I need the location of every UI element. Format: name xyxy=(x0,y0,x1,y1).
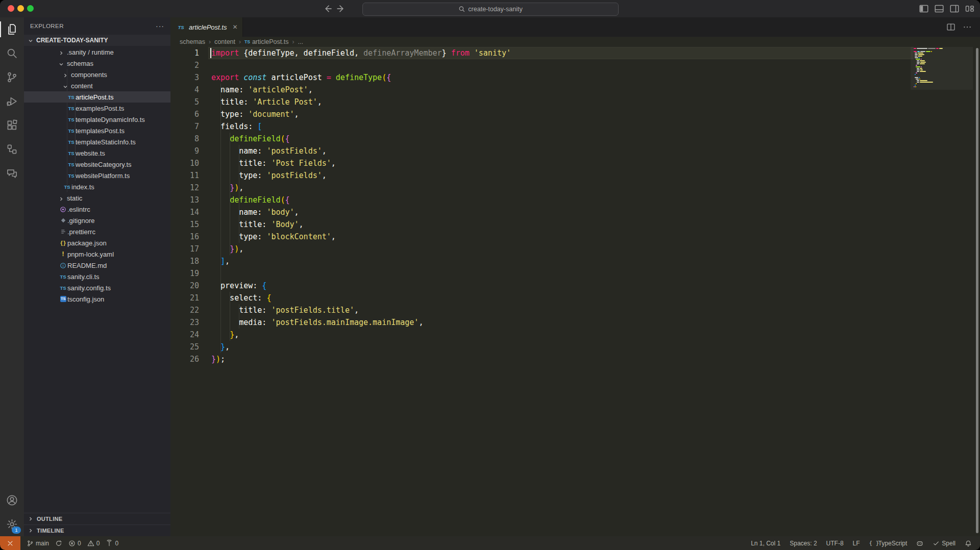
activity-comments[interactable] xyxy=(0,161,24,185)
code-line-13[interactable]: 13 defineField({ xyxy=(170,194,980,206)
tree-file-templateDynamicInfo-ts[interactable]: TStemplateDynamicInfo.ts xyxy=(24,114,170,125)
layout-sidebar-left-icon[interactable] xyxy=(919,4,929,14)
tree-file-websiteCategory-ts[interactable]: TSwebsiteCategory.ts xyxy=(24,159,170,170)
status-git-branch[interactable]: main xyxy=(27,540,49,547)
tree-item-label: tsconfig.json xyxy=(67,295,104,303)
tree-folder-schemas[interactable]: schemas xyxy=(24,58,170,69)
status-language-mode[interactable]: { }TypeScript xyxy=(869,540,908,547)
code-line-14[interactable]: 14 name: 'body', xyxy=(170,206,980,218)
code-line-19[interactable]: 19 xyxy=(170,267,980,280)
tree-file-index-ts[interactable]: TSindex.ts xyxy=(24,181,170,192)
code-line-2[interactable]: 2 xyxy=(170,59,980,71)
status-ports[interactable]: 0 xyxy=(106,540,118,547)
tree-folder-content[interactable]: content xyxy=(24,80,170,91)
navigate-forward-icon[interactable] xyxy=(336,4,346,14)
tree-file--eslintrc[interactable]: .eslintrc xyxy=(24,204,170,215)
code-editor[interactable]: 1import {defineType, defineField, define… xyxy=(170,47,980,536)
minimize-window-button[interactable] xyxy=(17,5,24,12)
code-line-20[interactable]: 20 preview: { xyxy=(170,280,980,292)
code-line-17[interactable]: 17 }), xyxy=(170,243,980,255)
code-line-4[interactable]: 4 name: 'articlePost', xyxy=(170,84,980,96)
code-line-6[interactable]: 6 type: 'document', xyxy=(170,108,980,120)
tree-file-README-md[interactable]: README.md xyxy=(24,260,170,271)
tree-file-tsconfig-json[interactable]: TStsconfig.json xyxy=(24,293,170,305)
code-line-21[interactable]: 21 select: { xyxy=(170,292,980,304)
tree-file-sanity-config-ts[interactable]: TSsanity.config.ts xyxy=(24,282,170,293)
code-line-3[interactable]: 3export const articlePost = defineType({ xyxy=(170,71,980,84)
activity-extensions[interactable] xyxy=(0,113,24,137)
code-line-8[interactable]: 8 defineField({ xyxy=(170,133,980,145)
split-editor-icon[interactable] xyxy=(946,22,955,32)
code-line-25[interactable]: 25 }, xyxy=(170,341,980,353)
tree-folder-static[interactable]: static xyxy=(24,192,170,204)
code-line-7[interactable]: 7 fields: [ xyxy=(170,120,980,133)
chevron-right-icon xyxy=(28,528,33,533)
breadcrumb-item[interactable]: content xyxy=(214,38,235,45)
layout-sidebar-right-icon[interactable] xyxy=(949,4,960,14)
code-line-22[interactable]: 22 title: 'postFields.title', xyxy=(170,304,980,316)
minimap[interactable] xyxy=(914,48,970,88)
zoom-window-button[interactable] xyxy=(27,5,34,12)
activity-settings[interactable]: 1 xyxy=(0,512,24,536)
section-timeline[interactable]: TIMELINE xyxy=(24,524,170,536)
close-tab-icon[interactable]: ✕ xyxy=(232,23,237,31)
code-line-24[interactable]: 24 }, xyxy=(170,329,980,341)
layout-customize-icon[interactable] xyxy=(965,4,975,14)
explorer-more-actions-icon[interactable]: ··· xyxy=(156,22,164,30)
code-line-26[interactable]: 26}); xyxy=(170,353,980,365)
activity-explorer[interactable] xyxy=(0,17,24,41)
tree-file-sanity-cli-ts[interactable]: TSsanity.cli.ts xyxy=(24,271,170,282)
tree-file-websitePlatform-ts[interactable]: TSwebsitePlatform.ts xyxy=(24,170,170,181)
activity-accounts[interactable] xyxy=(0,488,24,512)
layout-panel-icon[interactable] xyxy=(934,4,944,14)
section-outline[interactable]: OUTLINE xyxy=(24,513,170,524)
tree-file-templateStaticInfo-ts[interactable]: TStemplateStaticInfo.ts xyxy=(24,136,170,147)
code-line-10[interactable]: 10 title: 'Post Fields', xyxy=(170,157,980,169)
code-line-5[interactable]: 5 title: 'Article Post', xyxy=(170,96,980,108)
code-line-9[interactable]: 9 name: 'postFields', xyxy=(170,145,980,157)
breadcrumb-item[interactable]: schemas xyxy=(180,38,205,45)
activity-source-control[interactable] xyxy=(0,65,24,89)
editor-scrollbar[interactable] xyxy=(976,48,978,533)
status-notifications[interactable] xyxy=(965,540,972,547)
code-line-11[interactable]: 11 type: 'postFields', xyxy=(170,169,980,182)
tree-file--prettierrc[interactable]: .prettierrc xyxy=(24,226,170,237)
status-git-sync[interactable] xyxy=(55,540,62,547)
command-center-search[interactable]: create-today-sanity xyxy=(362,3,619,16)
status-copilot[interactable] xyxy=(916,540,923,547)
status-indentation[interactable]: Spaces: 2 xyxy=(790,540,817,547)
code-line-12[interactable]: 12 }), xyxy=(170,182,980,194)
tree-file-articlePost-ts[interactable]: TSarticlePost.ts xyxy=(24,91,170,103)
code-line-16[interactable]: 16 type: 'blockContent', xyxy=(170,231,980,243)
activity-hierarchy[interactable] xyxy=(0,137,24,161)
tree-folder-components[interactable]: components xyxy=(24,69,170,80)
status-spell-checker[interactable]: Spell xyxy=(933,540,955,547)
status-eol[interactable]: LF xyxy=(853,540,860,547)
tree-file-pnpm-lock-yaml[interactable]: !pnpm-lock.yaml xyxy=(24,248,170,260)
tree-file-templatesPost-ts[interactable]: TStemplatesPost.ts xyxy=(24,125,170,136)
workspace-root-folder[interactable]: CREATE-TODAY-SANITY xyxy=(24,35,170,46)
status-remote-indicator[interactable] xyxy=(0,536,20,550)
status-warnings[interactable]: 0 xyxy=(87,540,100,547)
tree-file-website-ts[interactable]: TSwebsite.ts xyxy=(24,147,170,159)
line-number: 25 xyxy=(170,341,211,353)
tree-file--gitignore[interactable]: .gitignore xyxy=(24,215,170,226)
navigate-back-icon[interactable] xyxy=(323,4,333,14)
breadcrumb-item[interactable]: TSarticlePost.ts xyxy=(244,38,288,45)
code-line-23[interactable]: 23 media: 'postFields.mainImage.mainImag… xyxy=(170,316,980,329)
status-cursor-position[interactable]: Ln 1, Col 1 xyxy=(751,540,780,547)
more-icon[interactable] xyxy=(963,22,972,32)
code-line-15[interactable]: 15 title: 'Body', xyxy=(170,218,980,231)
tree-folder--sanity-runtime[interactable]: .sanity / runtime xyxy=(24,46,170,58)
breadcrumb-item[interactable]: ... xyxy=(298,38,303,45)
status-errors[interactable]: 0 xyxy=(68,540,81,547)
tree-file-package-json[interactable]: {}package.json xyxy=(24,237,170,248)
tab-articlePost[interactable]: TS articlePost.ts ✕ xyxy=(170,17,243,37)
code-line-1[interactable]: 1import {defineType, defineField, define… xyxy=(170,47,980,59)
tree-file-examplesPost-ts[interactable]: TSexamplesPost.ts xyxy=(24,103,170,114)
activity-search[interactable] xyxy=(0,41,24,65)
close-window-button[interactable] xyxy=(8,5,14,12)
code-line-18[interactable]: 18 ], xyxy=(170,255,980,267)
activity-run-and-debug[interactable] xyxy=(0,89,24,113)
status-encoding[interactable]: UTF-8 xyxy=(826,540,844,547)
